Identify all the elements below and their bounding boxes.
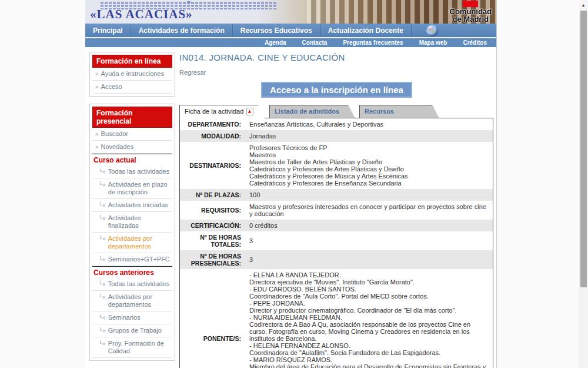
row-value: Jornadas — [243, 130, 493, 142]
tab-listado-de-admitidos[interactable]: Listado de admitidos — [269, 105, 355, 118]
enroll-button[interactable]: Acceso a la inscripción en línea — [261, 82, 412, 98]
nav-item-recursos-educativos[interactable]: Recursos Educativos — [233, 24, 320, 37]
sidebar-item-actividades-finalizadas[interactable]: └»Actividades finalizadas — [92, 212, 172, 233]
row-label: PONENTE/S: — [180, 333, 243, 344]
back-link[interactable]: Regresar — [179, 69, 206, 76]
table-row: Nº DE HORAS TOTALES:3 — [180, 231, 493, 250]
sidebar-item-novedades[interactable]: »Novedades — [92, 141, 172, 154]
row-value: 100 — [243, 189, 493, 201]
row-label: DESTINATARIOS: — [180, 160, 243, 171]
sidebar-item-seminarios[interactable]: └»Seminarios — [92, 311, 172, 324]
sidebar-item-todas-las-actividades[interactable]: └»Todas las actividades — [92, 278, 172, 291]
row-value: Enseñanzas Artísticas, Culturales y Depo… — [243, 118, 493, 130]
sidebar-item-label: Actividades en plazo de inscripción — [108, 181, 171, 196]
scroll-up-button[interactable]: ▲ — [579, 0, 588, 10]
sub-arrow-icon: └» — [98, 314, 106, 321]
chevron-icon: » — [95, 130, 99, 138]
sidebar-item-label: Actividades iniciadas — [108, 201, 168, 209]
sidebar-item-label: Todas las actividades — [108, 168, 170, 175]
site-logo[interactable]: «LAS ACACIAS» — [90, 0, 277, 20]
sub-arrow-icon: └» — [98, 327, 106, 334]
table-row: REQUISITOS:Maestros y profesores interes… — [180, 201, 493, 220]
table-row: Nº DE HORAS PRESENCIALES:3 — [180, 250, 493, 269]
row-label: Nº DE PLAZAS: — [180, 189, 243, 201]
sidebar-box-formacion-presencial: Formación presencial »Buscador»Novedades… — [89, 104, 175, 361]
row-label: Nº DE HORAS PRESENCIALES: — [180, 250, 243, 269]
row-label: MODALIDAD: — [180, 130, 243, 142]
tab-recursos[interactable]: Recursos — [359, 105, 439, 118]
row-value: Profesores Técnicos de FP Maestros Maest… — [243, 142, 493, 189]
subnav-item-creditos[interactable]: Créditos — [463, 39, 487, 46]
table-row: DESTINATARIOS:Profesores Técnicos de FP … — [180, 142, 493, 189]
sub-arrow-icon: └» — [98, 280, 106, 288]
table-row: DEPARTAMENTO:Enseñanzas Artísticas, Cult… — [180, 118, 493, 130]
sidebar-section-curso-actual: Curso actual — [92, 154, 172, 165]
globe-icon — [426, 25, 438, 37]
subnav-item-mapa-web[interactable]: Mapa web — [419, 39, 447, 46]
sidebar-item-actividades-iniciadas[interactable]: └»Actividades iniciadas — [92, 199, 172, 212]
sub-arrow-icon: └» — [98, 214, 106, 222]
chevron-icon: » — [95, 83, 99, 91]
row-value: 3 — [243, 254, 493, 266]
tab-ficha-de-la-actividad[interactable]: Ficha de la actividad — [179, 105, 265, 118]
table-row: Nº DE PLAZAS:100 — [180, 189, 493, 201]
site-header: «LAS ACACIAS» Comunidad de Madrid — [85, 0, 496, 24]
sidebar-item-label: Buscador — [101, 130, 128, 138]
sidebar: Formación en línea »Ayuda e instruccione… — [89, 52, 175, 368]
sub-arrow-icon: └» — [98, 293, 106, 301]
logo-text: «LAS ACACIAS» — [90, 8, 277, 20]
sidebar-item-label: Actividades por departamentos — [108, 235, 171, 250]
sidebar-section-cursos-anteriores: Cursos anteriores — [92, 266, 172, 278]
sidebar-item-ayuda-e-instrucciones[interactable]: »Ayuda e instrucciones — [92, 68, 172, 81]
scrollbar-thumb[interactable] — [580, 11, 587, 287]
sidebar-item-label: Todas las actividades — [108, 280, 170, 288]
sub-arrow-icon: └» — [98, 235, 106, 243]
sidebar-item-label: Novedades — [101, 143, 134, 151]
table-row: MODALIDAD:Jornadas — [180, 130, 493, 142]
nav-item-principal[interactable]: Principal — [85, 24, 131, 37]
main-panel: IN014. JORNADA. CINE Y EDUCACIÓN Regresa… — [175, 52, 496, 368]
row-label: Nº DE HORAS TOTALES: — [180, 231, 243, 250]
main-nav: PrincipalActividades de formaciónRecurso… — [85, 24, 496, 38]
subnav-item-agenda[interactable]: Agenda — [265, 39, 286, 46]
sidebar-item-actividades-por-departamentos[interactable]: └»Actividades por departamentos — [92, 233, 172, 253]
sidebar-item-actividades-por-departamentos[interactable]: └»Actividades por departamentos — [92, 291, 172, 311]
nav-item-actividades-de-formacion[interactable]: Actividades de formación — [131, 24, 233, 37]
subnav-item-contacta[interactable]: Contacta — [302, 39, 328, 46]
row-label: CERTIFICACIÓN: — [180, 220, 243, 231]
sub-arrow-icon: └» — [98, 340, 106, 347]
sidebar-item-label: Actividades finalizadas — [108, 214, 171, 230]
row-value: 3 — [243, 235, 493, 247]
sidebar-item-todas-las-actividades[interactable]: └»Todas las actividades — [92, 165, 172, 178]
sidebar-title-formacion-presencial: Formación presencial — [92, 107, 172, 128]
secondary-nav: AgendaContactaPreguntas frecuentesMapa w… — [85, 38, 496, 47]
sub-arrow-icon: └» — [98, 201, 106, 209]
sub-arrow-icon: └» — [98, 256, 106, 263]
content-area: Formación en línea »Ayuda e instruccione… — [85, 47, 496, 368]
sub-arrow-icon: └» — [98, 168, 106, 175]
page-container: «LAS ACACIAS» Comunidad de Madrid Princi… — [85, 0, 497, 368]
table-row: PONENTE/S:- ELENA LA BANDA TEJEDOR. Dire… — [180, 269, 493, 368]
table-row: CERTIFICACIÓN:0 créditos — [180, 220, 493, 231]
tab-label: Listado de admitidos — [275, 108, 339, 118]
sidebar-item-label: Proy. Formación de Calidad — [108, 340, 171, 355]
sidebar-item-seminarios-gt-pfc[interactable]: └»Seminarios+GT+PFC — [92, 253, 172, 266]
sidebar-item-proy-formacion-de-calidad[interactable]: └»Proy. Formación de Calidad — [92, 337, 172, 358]
vertical-scrollbar[interactable]: ▲ — [579, 0, 588, 368]
sidebar-item-actividades-en-plazo-de-inscripcion[interactable]: └»Actividades en plazo de inscripción — [92, 178, 172, 199]
sidebar-item-acceso[interactable]: »Acceso — [92, 81, 172, 94]
activity-detail-table: DEPARTAMENTO:Enseñanzas Artísticas, Cult… — [179, 118, 493, 368]
sidebar-title-formacion-en-linea: Formación en línea — [92, 55, 172, 68]
page-title: IN014. JORNADA. CINE Y EDUCACIÓN — [179, 52, 494, 62]
sidebar-item-buscador[interactable]: »Buscador — [92, 128, 172, 141]
row-value: - ELENA LA BANDA TEJEDOR. Directora ejec… — [243, 269, 493, 368]
subnav-item-preguntas-frecuentes[interactable]: Preguntas frecuentes — [343, 39, 403, 46]
chevron-icon: » — [95, 70, 99, 78]
tab-bar: Ficha de la actividad Listado de admitid… — [179, 105, 494, 118]
sidebar-item-grupos-de-trabajo[interactable]: └»Grupos de Trabajo — [92, 324, 172, 337]
sidebar-item-label: Actividades por departamentos — [108, 293, 171, 309]
tab-label: Ficha de la actividad — [185, 108, 243, 118]
pdf-icon — [246, 108, 253, 115]
nav-item-actualizacion-docente[interactable]: Actualización Docente — [320, 24, 412, 37]
region-name-line2: de Madrid — [450, 15, 492, 23]
